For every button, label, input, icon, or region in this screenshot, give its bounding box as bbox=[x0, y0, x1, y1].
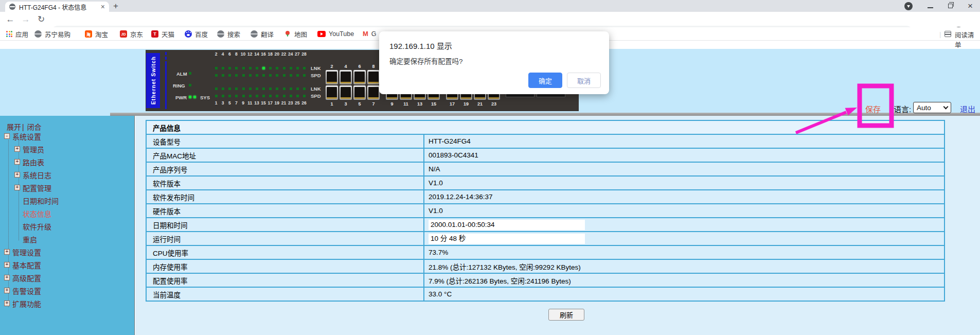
reload-button[interactable]: ↻ bbox=[35, 12, 47, 27]
led bbox=[249, 87, 252, 90]
led bbox=[242, 87, 245, 90]
ring-led bbox=[189, 84, 191, 86]
sidebar-item-system-settings[interactable]: -系统设置 bbox=[0, 130, 134, 143]
language-select[interactable]: Auto bbox=[913, 102, 951, 113]
expand-box-icon[interactable]: + bbox=[4, 249, 10, 255]
port-number: 6 bbox=[226, 52, 233, 57]
table-row: 当前温度33.0 °C bbox=[146, 287, 945, 301]
window-controls: × bbox=[904, 0, 980, 12]
ethernet-switch-label: Ethernet Switch bbox=[146, 53, 160, 108]
expand-box-icon[interactable]: + bbox=[14, 172, 20, 178]
led bbox=[303, 67, 306, 69]
led bbox=[269, 87, 272, 90]
bookmark-maps[interactable]: 地图 bbox=[284, 29, 307, 39]
port-number: 9 bbox=[240, 101, 247, 105]
bookmark-jd[interactable]: JD 京东 bbox=[120, 29, 143, 39]
browser-update-icon[interactable] bbox=[904, 2, 913, 10]
sidebar-item-extended-functions[interactable]: +扩展功能 bbox=[0, 297, 134, 310]
sidebar-item-admin[interactable]: +管理员 bbox=[0, 143, 134, 155]
bookmark-tmall[interactable]: T 天猫 bbox=[151, 29, 174, 39]
expand-box-icon[interactable]: + bbox=[14, 185, 20, 190]
led bbox=[256, 87, 258, 90]
led bbox=[303, 74, 306, 77]
browser-tab[interactable]: HTT-G24FG4 - 状态信息 × bbox=[5, 2, 109, 12]
port-number: 7 bbox=[367, 101, 380, 107]
sidebar-item-status-info[interactable]: 状态信息 bbox=[0, 207, 134, 220]
bookmark-search[interactable]: 搜索 bbox=[217, 29, 240, 39]
refresh-button[interactable]: 刷新 bbox=[548, 309, 584, 321]
map-pin-icon bbox=[284, 30, 291, 38]
led bbox=[283, 87, 286, 90]
sidebar-item-alarm-settings[interactable]: +告警设置 bbox=[0, 284, 134, 297]
led bbox=[256, 95, 258, 97]
led bbox=[283, 95, 286, 97]
logout-link[interactable]: 退出 bbox=[960, 103, 975, 114]
baidu-paw-icon bbox=[185, 30, 192, 38]
collapse-box-icon[interactable]: - bbox=[4, 133, 10, 139]
rj45-port bbox=[326, 70, 338, 84]
port-number: 13 bbox=[414, 101, 426, 107]
led bbox=[215, 87, 218, 90]
close-window-button[interactable]: × bbox=[968, 2, 973, 10]
port-number: 22 bbox=[280, 52, 288, 57]
bookmark-taobao[interactable]: 淘 淘宝 bbox=[85, 29, 108, 39]
sidebar-item-firmware-upgrade[interactable]: 软件升级 bbox=[0, 220, 134, 233]
spd-label: SPD bbox=[311, 73, 321, 78]
sidebar-item-advanced-config[interactable]: +高级配置 bbox=[0, 271, 134, 284]
led bbox=[235, 67, 238, 69]
tab-close-icon[interactable]: × bbox=[101, 3, 105, 10]
globe-icon bbox=[34, 30, 42, 38]
led bbox=[296, 74, 299, 77]
restore-button[interactable] bbox=[948, 4, 953, 8]
bookmark-baidu[interactable]: 百度 bbox=[185, 29, 208, 39]
sidebar-item-routing-table[interactable]: +路由表 bbox=[0, 155, 134, 168]
led bbox=[222, 95, 224, 97]
sidebar-item-management-settings[interactable]: +管理设置 bbox=[0, 245, 134, 258]
browser-window: HTT-G24FG4 - 状态信息 × + × ← → ↻ 不安全 | 192.… bbox=[0, 0, 980, 335]
port-number: 14 bbox=[253, 52, 260, 57]
led bbox=[228, 95, 231, 97]
expand-box-icon[interactable]: + bbox=[4, 262, 10, 268]
port-number: 15 bbox=[260, 101, 267, 105]
dialog-ok-button[interactable]: 确定 bbox=[528, 73, 562, 88]
expand-box-icon[interactable]: + bbox=[4, 301, 10, 306]
led bbox=[296, 67, 299, 69]
bookmark-suning[interactable]: 苏宁易购 bbox=[34, 29, 70, 39]
led bbox=[228, 87, 231, 90]
back-button[interactable]: ← bbox=[4, 12, 16, 27]
dialog-cancel-button[interactable]: 取消 bbox=[567, 73, 601, 88]
minimize-button[interactable] bbox=[928, 7, 933, 8]
apps-shortcut[interactable]: 应用 bbox=[6, 29, 28, 39]
sidebar-item-system-log[interactable]: +系统日志 bbox=[0, 168, 134, 181]
bookmark-translate[interactable]: 翻译 bbox=[251, 29, 274, 39]
table-row: 产品序列号N/A bbox=[146, 162, 945, 176]
port-number: 10 bbox=[240, 52, 247, 57]
sidebar-item-date-time[interactable]: 日期和时间 bbox=[0, 194, 134, 207]
forward-button[interactable]: → bbox=[20, 12, 32, 27]
port-number: 16 bbox=[260, 52, 267, 57]
sidebar-item-config-management[interactable]: +配置管理 bbox=[0, 181, 134, 194]
port-number: 17 bbox=[446, 101, 458, 107]
led bbox=[235, 74, 238, 77]
expand-box-icon[interactable]: + bbox=[4, 288, 10, 293]
globe-icon bbox=[251, 30, 258, 38]
reading-list-label[interactable]: 阅读清单 bbox=[955, 30, 980, 49]
led bbox=[215, 74, 218, 77]
bookmark-youtube[interactable]: YouTube bbox=[317, 29, 354, 39]
bookmark-gmail[interactable]: M G bbox=[363, 29, 377, 39]
port-number: 11 bbox=[246, 101, 254, 105]
expand-box-icon[interactable]: + bbox=[14, 159, 20, 165]
expand-box-icon[interactable]: + bbox=[4, 275, 10, 280]
bookmarks-divider: | bbox=[939, 30, 941, 38]
led bbox=[228, 74, 231, 77]
reading-list-icon[interactable] bbox=[945, 31, 951, 37]
sidebar-item-reboot[interactable]: 重启 bbox=[0, 233, 134, 245]
port-number: 15 bbox=[427, 101, 440, 107]
jd-icon: JD bbox=[120, 30, 127, 38]
port-number: 3 bbox=[340, 101, 352, 107]
save-link[interactable]: 保存 bbox=[865, 103, 881, 114]
sidebar-item-basic-config[interactable]: +基本配置 bbox=[0, 258, 134, 271]
port-number: 19 bbox=[460, 101, 472, 107]
new-tab-button[interactable]: + bbox=[113, 1, 118, 12]
expand-box-icon[interactable]: + bbox=[14, 146, 20, 152]
